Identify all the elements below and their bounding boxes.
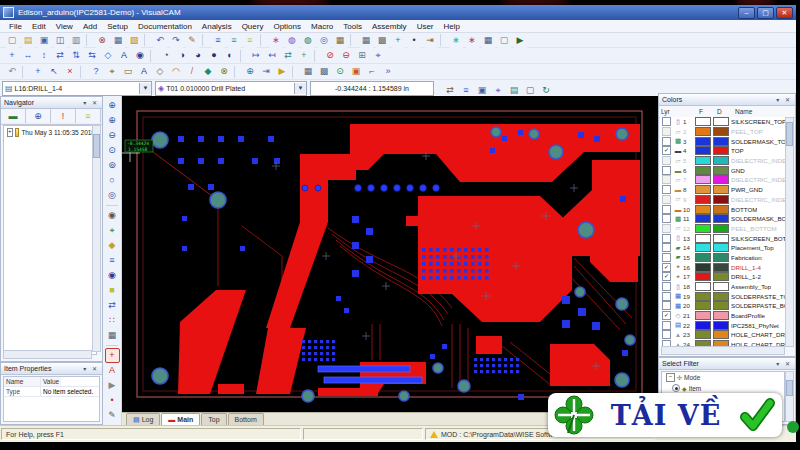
nav-search-tab[interactable]: ⊕ (26, 109, 51, 123)
colors-vscrollbar[interactable] (785, 117, 794, 347)
draw-color-swatch[interactable] (713, 156, 729, 165)
tree-item-session[interactable]: + Thu May 3 11:05:35 2018 (4, 126, 96, 139)
draw-color-swatch[interactable] (713, 195, 729, 204)
highlight-net-icon[interactable]: ◆ (105, 238, 120, 253)
nav-board-tab[interactable]: ▬ (1, 109, 26, 123)
draw-color-swatch[interactable] (713, 117, 729, 126)
layer-visibility-checkbox[interactable]: ✓ (662, 263, 671, 272)
add-flash-icon[interactable]: ◉ (133, 48, 148, 63)
colors-header[interactable]: Colors ▾ ✕ (659, 94, 795, 106)
join-icon[interactable]: ⊕ (243, 64, 258, 79)
menu-view[interactable]: View (51, 22, 78, 31)
draw-color-swatch[interactable] (713, 214, 729, 223)
view-tab-top[interactable]: Top (201, 413, 226, 425)
nudge-icon[interactable]: + (297, 48, 312, 63)
table-icon[interactable]: ▦ (481, 33, 496, 48)
expand-icon[interactable]: − (666, 373, 675, 382)
item-radio[interactable] (672, 384, 680, 392)
active-tool-combo[interactable]: ◈ T01 0.010000 Drill Plated ▼ (155, 81, 307, 96)
layer-row-7[interactable]: ▱7DIELECTRIC_INDEX_7 (660, 175, 786, 185)
fill-color-swatch[interactable] (695, 234, 711, 243)
draw-poly-icon[interactable]: ◇ (153, 64, 168, 79)
select-tool-icon[interactable]: + (31, 64, 46, 79)
menu-assembly[interactable]: Assembly (367, 22, 412, 31)
stop-icon[interactable]: ⊘ (323, 48, 338, 63)
layer-row-12[interactable]: ▱12PEEL_BOTTOM (660, 224, 786, 234)
view-tab-bottom[interactable]: Bottom (228, 413, 264, 425)
pcb-canvas[interactable]: -0.34424 1.15458 (122, 96, 658, 412)
layer-row-4[interactable]: ✓▬4TOP (660, 146, 786, 156)
new-icon[interactable]: ▢ (5, 33, 20, 48)
query-item-icon[interactable]: ? (89, 64, 104, 79)
menu-analysis[interactable]: Analysis (197, 22, 237, 31)
text-icon[interactable]: A (117, 48, 132, 63)
star-teal-icon[interactable]: ∗ (449, 33, 464, 48)
fill-color-swatch[interactable] (695, 195, 711, 204)
fill-color-swatch[interactable] (695, 137, 711, 146)
copy-icon[interactable]: ▦ (111, 33, 126, 48)
marker-icon[interactable]: ■ (105, 283, 120, 298)
layer-visibility-checkbox[interactable] (662, 321, 671, 330)
layer-visibility-checkbox[interactable] (662, 205, 671, 214)
frame-icon[interactable]: ▣ (349, 64, 364, 79)
layer-visibility-checkbox[interactable] (662, 195, 671, 204)
doc-icon[interactable]: ▢ (497, 33, 512, 48)
menu-options[interactable]: Options (268, 22, 306, 31)
zoom-selection-icon[interactable]: ⊚ (105, 158, 120, 173)
axis-icon[interactable]: + (391, 33, 406, 48)
layer-visibility-checkbox[interactable] (662, 166, 671, 175)
chevron-down-icon[interactable]: ▼ (139, 83, 151, 94)
view-tab-main[interactable]: ▬Main (161, 413, 200, 425)
layer-visibility-checkbox[interactable] (662, 301, 671, 310)
layer-row-19[interactable]: ▦19SOLDERPASTE_TOP (660, 291, 786, 301)
move-v-icon[interactable]: ↕ (37, 48, 52, 63)
zoom-all-icon[interactable]: ⊙ (105, 143, 120, 158)
flash-mode-icon[interactable]: ◉ (105, 268, 120, 283)
layer-visibility-checkbox[interactable] (662, 117, 671, 126)
fill-color-swatch[interactable] (695, 117, 711, 126)
navigator-hscrollbar[interactable] (3, 350, 92, 359)
save-all-icon[interactable]: ◫ (53, 33, 68, 48)
layer-visibility-checkbox[interactable]: ✓ (662, 146, 671, 155)
draw-rect-icon[interactable]: ▭ (121, 64, 136, 79)
panel-buttons[interactable]: ▾ ✕ (83, 99, 99, 106)
layer-row-18[interactable]: ▯18Assembly_Top (660, 282, 786, 292)
layer-row-8[interactable]: ▬8PWR_GND (660, 185, 786, 195)
save-icon[interactable]: ▣ (37, 33, 52, 48)
layer-list-blue-icon[interactable]: ≡ (211, 33, 226, 48)
find-icon[interactable]: ◉ (105, 208, 120, 223)
paste-icon[interactable]: ▧ (127, 33, 142, 48)
layer-row-5[interactable]: ▱5DIELECTRIC_INDEX_5 (660, 156, 786, 166)
panel-buttons[interactable]: ▾ ✕ (83, 365, 99, 372)
minimize-button[interactable]: – (738, 7, 755, 19)
nav-errors-tab[interactable]: ! (51, 109, 76, 123)
ruler-icon[interactable]: ⇥ (423, 33, 438, 48)
delete-icon[interactable]: × (63, 64, 78, 79)
stretch-icon[interactable]: ⇄ (53, 48, 68, 63)
title-bar[interactable]: Edison_arduino(IPC2581-Demo) - VisualCAM… (0, 5, 796, 20)
grid-toggle-icon[interactable]: ▦ (301, 64, 316, 79)
swap-icon[interactable]: ⇄ (281, 48, 296, 63)
panel-buttons[interactable]: ▾ ✕ (776, 96, 792, 103)
letter-a-icon[interactable]: A (105, 363, 120, 378)
navigator-header[interactable]: Navigator ▾ ✕ (1, 97, 102, 109)
draw-color-swatch[interactable] (713, 263, 729, 272)
draw-color-swatch[interactable] (713, 137, 729, 146)
item-properties-header[interactable]: Item Properties ▾ ✕ (1, 363, 102, 375)
layer-bars-icon[interactable]: ≡ (105, 253, 120, 268)
draw-color-swatch[interactable] (713, 185, 729, 194)
layer-row-3[interactable]: ▩3SOLDERMASK_TOP (660, 136, 786, 146)
step-icon[interactable]: ⇥ (259, 64, 274, 79)
fill-color-swatch[interactable] (695, 282, 711, 291)
layer-visibility-checkbox[interactable] (662, 214, 671, 223)
layer-visibility-checkbox[interactable] (662, 224, 671, 233)
export-icon[interactable]: ▶ (513, 33, 528, 48)
grid-dots-icon[interactable]: ▩ (375, 33, 390, 48)
panelize-icon[interactable]: ⊞ (355, 48, 370, 63)
fill-color-swatch[interactable] (695, 272, 711, 281)
fill-color-swatch[interactable] (695, 214, 711, 223)
menu-user[interactable]: User (412, 22, 439, 31)
layer-list-teal-icon[interactable]: ≡ (227, 33, 242, 48)
menu-file[interactable]: File (4, 22, 27, 31)
print-icon[interactable]: ▥ (69, 33, 84, 48)
